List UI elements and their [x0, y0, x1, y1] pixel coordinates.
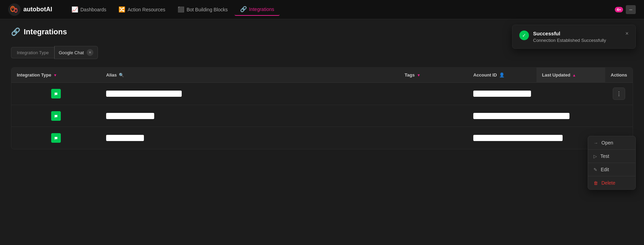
- nav-item-bot-building-blocks-label: Bot Building Blocks: [187, 7, 228, 12]
- filter-clear-button[interactable]: ×: [87, 49, 93, 56]
- td-integration-type-2: [11, 106, 101, 126]
- dropdown-item-edit-label: Edit: [601, 167, 609, 172]
- table-row: [11, 127, 633, 149]
- filter-value: Google Chat ×: [54, 46, 98, 59]
- th-actions: Actions: [605, 68, 633, 82]
- navbar-right: 4+ –: [615, 5, 636, 14]
- toast-title: Successful: [533, 31, 621, 36]
- svg-point-3: [12, 7, 13, 9]
- td-alias-1: [101, 86, 399, 102]
- toast-close-button[interactable]: ×: [625, 31, 629, 37]
- nav-item-action-resources-label: Action Resources: [127, 7, 165, 12]
- th-alias: Alias 🔍: [101, 68, 399, 82]
- td-last-updated-1: [536, 89, 605, 98]
- td-account-id-2: [468, 108, 536, 124]
- dropdown-item-test[interactable]: ▷ Test: [588, 150, 635, 163]
- td-integration-type-3: [11, 128, 101, 148]
- toast-message: Connection Established Successfully: [533, 38, 621, 43]
- page-title: Integrations: [24, 27, 67, 36]
- integrations-nav-icon: 🔗: [240, 6, 247, 12]
- th-alias-label: Alias: [106, 72, 117, 78]
- page-title-icon: 🔗: [11, 27, 20, 36]
- dropdown-item-test-label: Test: [600, 153, 609, 159]
- account-id-redacted-1: [473, 91, 531, 97]
- th-account-id: Account ID 👤: [468, 68, 536, 82]
- minimize-button[interactable]: –: [626, 5, 636, 14]
- logo-icon: [8, 3, 21, 16]
- dropdown-item-delete[interactable]: 🗑 Delete: [588, 176, 635, 189]
- google-chat-icon-1: [51, 89, 61, 98]
- test-icon: ▷: [594, 154, 597, 159]
- nav-item-dashboards[interactable]: 📈 Dashboards: [66, 3, 112, 15]
- nav-item-action-resources[interactable]: 🔀 Action Resources: [113, 3, 171, 15]
- dropdown-item-edit[interactable]: ✎ Edit: [588, 163, 635, 176]
- integrations-table: Integration Type ▼ Alias 🔍 Tags ▼ Accoun…: [11, 67, 633, 149]
- filter-label: Integration Type: [11, 47, 54, 58]
- td-alias-2: [101, 108, 399, 124]
- action-resources-icon: 🔀: [118, 6, 125, 13]
- th-integration-type-label: Integration Type: [17, 72, 51, 78]
- td-tags-2: [399, 111, 468, 121]
- filter-value-text: Google Chat: [59, 50, 84, 55]
- td-tags-1: [399, 89, 468, 98]
- last-updated-sort-icon[interactable]: ▲: [572, 73, 576, 77]
- th-last-updated-label: Last Updated: [542, 72, 570, 78]
- google-chat-icon-2: [51, 111, 61, 121]
- dropdown-item-open-label: Open: [601, 140, 613, 145]
- nav-item-bot-building-blocks[interactable]: ⬛ Bot Building Blocks: [172, 3, 233, 15]
- th-account-id-label: Account ID: [473, 72, 497, 78]
- bot-building-blocks-icon: ⬛: [178, 6, 184, 13]
- th-tags-label: Tags: [405, 72, 415, 78]
- alias-redacted-1: [106, 91, 182, 97]
- td-integration-type-1: [11, 84, 101, 103]
- td-actions-1: ⋮: [605, 83, 633, 105]
- dashboards-icon: 📈: [71, 6, 78, 13]
- google-chat-icon-3: [51, 133, 61, 143]
- nav-item-dashboards-label: Dashboards: [80, 7, 106, 12]
- td-alias-3: [101, 130, 399, 146]
- integration-type-filter-icon[interactable]: ▼: [53, 73, 57, 77]
- open-icon: →: [594, 140, 598, 145]
- th-integration-type: Integration Type ▼: [11, 68, 101, 82]
- navbar: autobotAI 📈 Dashboards 🔀 Action Resource…: [0, 0, 644, 19]
- actions-dropdown-menu: → Open ▷ Test ✎ Edit 🗑 Delete: [588, 136, 636, 190]
- alias-redacted-3: [106, 135, 144, 141]
- th-actions-label: Actions: [611, 72, 627, 78]
- dropdown-item-delete-label: Delete: [601, 180, 615, 186]
- tags-filter-icon[interactable]: ▼: [417, 73, 420, 77]
- alias-redacted-2: [106, 113, 154, 119]
- td-account-id-1: [468, 86, 536, 102]
- notification-badge[interactable]: 4+: [615, 7, 623, 12]
- th-last-updated: Last Updated ▲: [536, 68, 605, 82]
- table-header: Integration Type ▼ Alias 🔍 Tags ▼ Accoun…: [11, 68, 633, 83]
- svg-point-6: [15, 9, 16, 10]
- logo-text: autobotAI: [23, 6, 52, 13]
- table-row: ⋮: [11, 83, 633, 105]
- edit-icon: ✎: [594, 167, 597, 172]
- toast-check-icon: ✓: [519, 31, 529, 40]
- td-account-id-3: [468, 130, 536, 146]
- nav-item-integrations[interactable]: 🔗 Integrations: [235, 3, 280, 16]
- logo[interactable]: autobotAI: [8, 3, 52, 16]
- alias-search-icon[interactable]: 🔍: [119, 73, 124, 78]
- th-tags: Tags ▼: [399, 68, 468, 82]
- navbar-nav: 📈 Dashboards 🔀 Action Resources ⬛ Bot Bu…: [66, 3, 615, 16]
- dropdown-item-open[interactable]: → Open: [588, 136, 635, 150]
- td-actions-2: [605, 111, 633, 121]
- table-row: [11, 105, 633, 127]
- toast-notification: ✓ Successful Connection Established Succ…: [512, 25, 636, 49]
- row-actions-button-1[interactable]: ⋮: [613, 88, 625, 100]
- td-last-updated-2: [536, 111, 605, 121]
- nav-item-integrations-label: Integrations: [249, 7, 274, 12]
- toast-body: Successful Connection Established Succes…: [533, 31, 621, 43]
- main-content: 🔗 Integrations Integration Type Google C…: [0, 19, 644, 245]
- td-tags-3: [399, 133, 468, 143]
- delete-icon: 🗑: [594, 180, 598, 186]
- account-id-person-icon: 👤: [499, 72, 505, 78]
